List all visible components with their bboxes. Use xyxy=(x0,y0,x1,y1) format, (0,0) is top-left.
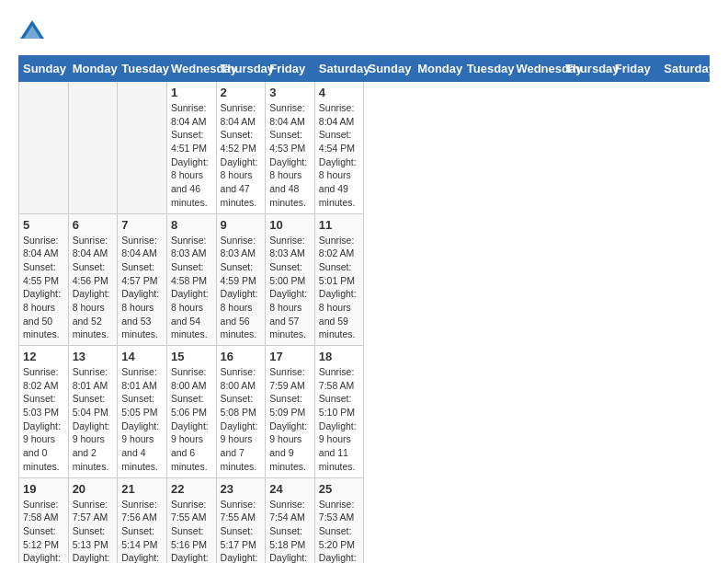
calendar-cell: 3Sunrise: 8:04 AM Sunset: 4:53 PM Daylig… xyxy=(266,82,315,214)
calendar-cell: 4Sunrise: 8:04 AM Sunset: 4:54 PM Daylig… xyxy=(314,82,364,214)
page-header xyxy=(18,18,710,46)
weekday-header: Friday xyxy=(266,56,315,82)
calendar-cell: 18Sunrise: 7:58 AM Sunset: 5:10 PM Dayli… xyxy=(314,346,364,478)
logo xyxy=(18,18,50,46)
calendar-cell: 20Sunrise: 7:57 AM Sunset: 5:13 PM Dayli… xyxy=(68,477,118,563)
day-number: 24 xyxy=(269,482,311,496)
calendar-cell: 1Sunrise: 8:04 AM Sunset: 4:51 PM Daylig… xyxy=(166,82,216,214)
day-number: 16 xyxy=(221,350,262,363)
weekday-header: Wednesday xyxy=(166,56,216,82)
day-number: 12 xyxy=(23,350,64,363)
day-info: Sunrise: 7:58 AM Sunset: 5:10 PM Dayligh… xyxy=(319,365,360,474)
weekday-header: Monday xyxy=(414,56,463,82)
day-number: 1 xyxy=(171,86,212,99)
day-info: Sunrise: 8:01 AM Sunset: 5:05 PM Dayligh… xyxy=(121,365,163,474)
day-info: Sunrise: 8:04 AM Sunset: 4:51 PM Dayligh… xyxy=(171,101,212,210)
day-info: Sunrise: 7:55 AM Sunset: 5:16 PM Dayligh… xyxy=(171,498,212,564)
calendar-cell: 6Sunrise: 8:04 AM Sunset: 4:56 PM Daylig… xyxy=(68,213,118,346)
day-info: Sunrise: 8:04 AM Sunset: 4:55 PM Dayligh… xyxy=(23,234,64,342)
day-number: 3 xyxy=(269,86,311,99)
weekday-header: Sunday xyxy=(364,56,414,82)
day-info: Sunrise: 8:04 AM Sunset: 4:53 PM Dayligh… xyxy=(269,101,311,210)
day-info: Sunrise: 7:56 AM Sunset: 5:14 PM Dayligh… xyxy=(121,498,163,564)
calendar-cell: 7Sunrise: 8:04 AM Sunset: 4:57 PM Daylig… xyxy=(118,213,167,346)
day-number: 20 xyxy=(73,482,114,496)
weekday-header: Thursday xyxy=(216,56,266,82)
day-info: Sunrise: 8:03 AM Sunset: 5:00 PM Dayligh… xyxy=(269,234,311,342)
logo-icon xyxy=(18,18,46,46)
calendar-cell: 5Sunrise: 8:04 AM Sunset: 4:55 PM Daylig… xyxy=(19,213,69,346)
day-number: 13 xyxy=(73,350,114,363)
weekday-header: Saturday xyxy=(314,56,364,82)
day-number: 25 xyxy=(319,482,360,496)
calendar-cell xyxy=(68,82,118,214)
calendar-cell: 16Sunrise: 8:00 AM Sunset: 5:08 PM Dayli… xyxy=(216,346,266,478)
calendar-cell: 13Sunrise: 8:01 AM Sunset: 5:04 PM Dayli… xyxy=(68,346,118,478)
day-number: 23 xyxy=(221,482,262,496)
calendar-cell xyxy=(118,82,167,214)
day-info: Sunrise: 7:58 AM Sunset: 5:12 PM Dayligh… xyxy=(23,498,64,564)
day-info: Sunrise: 8:04 AM Sunset: 4:57 PM Dayligh… xyxy=(121,234,163,342)
calendar-cell: 17Sunrise: 7:59 AM Sunset: 5:09 PM Dayli… xyxy=(266,346,315,478)
weekday-header: Wednesday xyxy=(512,56,562,82)
day-number: 4 xyxy=(319,86,360,99)
day-info: Sunrise: 8:02 AM Sunset: 5:01 PM Dayligh… xyxy=(319,234,360,342)
calendar-week-row: 1Sunrise: 8:04 AM Sunset: 4:51 PM Daylig… xyxy=(19,82,710,214)
day-number: 15 xyxy=(171,350,212,363)
day-number: 19 xyxy=(23,482,64,496)
calendar-cell: 21Sunrise: 7:56 AM Sunset: 5:14 PM Dayli… xyxy=(118,477,167,563)
calendar-cell: 23Sunrise: 7:55 AM Sunset: 5:17 PM Dayli… xyxy=(216,477,266,563)
day-info: Sunrise: 8:04 AM Sunset: 4:54 PM Dayligh… xyxy=(319,101,360,210)
day-info: Sunrise: 8:03 AM Sunset: 4:58 PM Dayligh… xyxy=(171,234,212,342)
weekday-header: Saturday xyxy=(660,56,710,82)
weekday-header: Sunday xyxy=(19,56,69,82)
day-number: 5 xyxy=(23,218,64,232)
calendar-cell: 9Sunrise: 8:03 AM Sunset: 4:59 PM Daylig… xyxy=(216,213,266,346)
calendar-cell: 14Sunrise: 8:01 AM Sunset: 5:05 PM Dayli… xyxy=(118,346,167,478)
weekday-header: Friday xyxy=(610,56,660,82)
calendar-cell: 19Sunrise: 7:58 AM Sunset: 5:12 PM Dayli… xyxy=(19,477,69,563)
weekday-header: Tuesday xyxy=(462,56,512,82)
calendar-header-row: SundayMondayTuesdayWednesdayThursdayFrid… xyxy=(19,56,710,82)
day-number: 7 xyxy=(121,218,163,232)
calendar-table: SundayMondayTuesdayWednesdayThursdayFrid… xyxy=(18,55,710,563)
calendar-cell: 15Sunrise: 8:00 AM Sunset: 5:06 PM Dayli… xyxy=(166,346,216,478)
day-number: 14 xyxy=(121,350,163,363)
calendar-cell: 2Sunrise: 8:04 AM Sunset: 4:52 PM Daylig… xyxy=(216,82,266,214)
day-info: Sunrise: 7:54 AM Sunset: 5:18 PM Dayligh… xyxy=(269,498,311,564)
calendar-week-row: 19Sunrise: 7:58 AM Sunset: 5:12 PM Dayli… xyxy=(19,477,710,563)
calendar-cell: 10Sunrise: 8:03 AM Sunset: 5:00 PM Dayli… xyxy=(266,213,315,346)
day-info: Sunrise: 8:02 AM Sunset: 5:03 PM Dayligh… xyxy=(23,365,64,474)
day-info: Sunrise: 7:57 AM Sunset: 5:13 PM Dayligh… xyxy=(73,498,114,564)
day-number: 21 xyxy=(121,482,163,496)
calendar-week-row: 12Sunrise: 8:02 AM Sunset: 5:03 PM Dayli… xyxy=(19,346,710,478)
calendar-cell: 11Sunrise: 8:02 AM Sunset: 5:01 PM Dayli… xyxy=(314,213,364,346)
weekday-header: Thursday xyxy=(562,56,611,82)
day-number: 2 xyxy=(221,86,262,99)
weekday-header: Tuesday xyxy=(118,56,167,82)
day-number: 9 xyxy=(221,218,262,232)
day-info: Sunrise: 7:55 AM Sunset: 5:17 PM Dayligh… xyxy=(221,498,262,564)
calendar-week-row: 5Sunrise: 8:04 AM Sunset: 4:55 PM Daylig… xyxy=(19,213,710,346)
day-number: 10 xyxy=(269,218,311,232)
day-info: Sunrise: 7:53 AM Sunset: 5:20 PM Dayligh… xyxy=(319,498,360,564)
calendar-cell: 22Sunrise: 7:55 AM Sunset: 5:16 PM Dayli… xyxy=(166,477,216,563)
day-info: Sunrise: 8:04 AM Sunset: 4:56 PM Dayligh… xyxy=(73,234,114,342)
day-info: Sunrise: 8:00 AM Sunset: 5:08 PM Dayligh… xyxy=(221,365,262,474)
day-number: 8 xyxy=(171,218,212,232)
weekday-header: Monday xyxy=(68,56,118,82)
day-info: Sunrise: 7:59 AM Sunset: 5:09 PM Dayligh… xyxy=(269,365,311,474)
day-info: Sunrise: 8:00 AM Sunset: 5:06 PM Dayligh… xyxy=(171,365,212,474)
day-number: 17 xyxy=(269,350,311,363)
day-number: 11 xyxy=(319,218,360,232)
day-number: 22 xyxy=(171,482,212,496)
day-info: Sunrise: 8:01 AM Sunset: 5:04 PM Dayligh… xyxy=(73,365,114,474)
day-number: 18 xyxy=(319,350,360,363)
calendar-cell xyxy=(19,82,69,214)
calendar-cell: 25Sunrise: 7:53 AM Sunset: 5:20 PM Dayli… xyxy=(314,477,364,563)
calendar-cell: 8Sunrise: 8:03 AM Sunset: 4:58 PM Daylig… xyxy=(166,213,216,346)
calendar-cell: 24Sunrise: 7:54 AM Sunset: 5:18 PM Dayli… xyxy=(266,477,315,563)
day-info: Sunrise: 8:04 AM Sunset: 4:52 PM Dayligh… xyxy=(221,101,262,210)
day-info: Sunrise: 8:03 AM Sunset: 4:59 PM Dayligh… xyxy=(221,234,262,342)
day-number: 6 xyxy=(73,218,114,232)
